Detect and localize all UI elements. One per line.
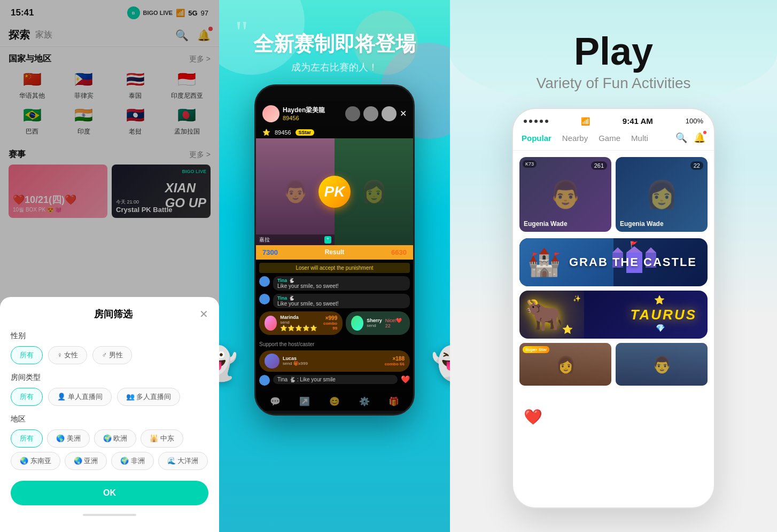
bottom-stream-1[interactable]: 👩 Super Star bbox=[519, 343, 611, 386]
gift-name-marinda: Marinda bbox=[280, 315, 317, 320]
gender-all-chip[interactable]: 所有 bbox=[11, 346, 43, 364]
region-europe-chip[interactable]: 🌍 欧洲 bbox=[94, 429, 137, 448]
modal-header: 房间筛选 ✕ bbox=[11, 308, 208, 320]
stream-name-2: Eugenia Wade bbox=[620, 220, 664, 228]
ok-button[interactable]: OK bbox=[11, 481, 208, 505]
pk-phone-mockup: Hayden梁美龍 89456 ✕ ⭐ 89456 SStar bbox=[254, 84, 415, 416]
chat-msg-tina: Tina 🐇 : Like your smile ❤️ bbox=[259, 375, 410, 386]
region-sea-chip[interactable]: 🌏 东南亚 bbox=[11, 452, 60, 470]
result-label: Result bbox=[325, 248, 345, 256]
right-nav-icons: 🔍 🔔 bbox=[675, 132, 705, 144]
game-card-castle[interactable]: 🏰 🚩 bbox=[519, 238, 708, 286]
pk-screen: Hayden梁美龍 89456 ✕ ⭐ 89456 SStar bbox=[256, 101, 413, 416]
region-americas-chip[interactable]: 🌎 美洲 bbox=[47, 429, 90, 448]
pk-punishment-text: Loser will accept the punishment bbox=[259, 263, 410, 273]
room-type-filter: 房间类型 所有 👤 单人直播间 👥 多人直播间 bbox=[11, 373, 208, 406]
region-africa-chip[interactable]: 🌍 非洲 bbox=[111, 452, 154, 470]
pk-close-icon[interactable]: ✕ bbox=[400, 108, 407, 119]
settings-icon[interactable]: ⚙️ bbox=[359, 396, 370, 406]
region-options: 所有 🌎 美洲 🌍 欧洲 🕌 中东 🌏 东南亚 🌏 亚洲 🌍 非洲 🌊 大洋洲 bbox=[11, 429, 208, 470]
play-title: Play bbox=[537, 32, 691, 71]
gift-name-sherry: Sherry bbox=[367, 318, 382, 323]
modal-close-button[interactable]: ✕ bbox=[199, 308, 208, 320]
chat-avatar-tina bbox=[259, 375, 270, 386]
nav-multi[interactable]: Multi bbox=[631, 134, 648, 143]
phone-content: 15:41 B BIGO LIVE 📶 5G 97 探索 家族 🔍 🔔 国家与地… bbox=[0, 0, 219, 532]
gift-avatar-sherry bbox=[351, 316, 363, 331]
nav-popular[interactable]: Popular bbox=[522, 134, 551, 143]
gift-combo-marinda: combo 99 bbox=[321, 321, 337, 331]
emoji-icon[interactable]: 😊 bbox=[329, 396, 340, 406]
avatar-3 bbox=[382, 106, 397, 121]
wifi-icon: 📶 bbox=[581, 117, 590, 126]
stream-name-1: Eugenia Wade bbox=[524, 220, 568, 228]
pk-score-bar: ⭐ 89456 SStar bbox=[256, 127, 413, 138]
chat-avatar-2 bbox=[259, 294, 270, 304]
gift-marinda: Marinda send ⭐⭐⭐⭐⭐ ×999 combo 99 bbox=[259, 311, 343, 335]
bottom-stream-2[interactable]: 👨 bbox=[616, 343, 708, 386]
gender-female-chip[interactable]: ♀ 女性 bbox=[48, 346, 87, 364]
sub-headline: 成为左右比赛的人！ bbox=[253, 61, 416, 74]
star-badge: SStar bbox=[296, 129, 315, 136]
gift-icon[interactable]: 🎁 bbox=[388, 396, 399, 406]
stream-card-2[interactable]: 👩 22 Eugenia Wade bbox=[616, 157, 708, 232]
bell-icon-right[interactable]: 🔔 bbox=[694, 132, 705, 144]
pk-chat-area: Loser will accept the punishment Tina 🐇 … bbox=[256, 260, 413, 392]
room-type-multi-chip[interactable]: 👥 多人直播间 bbox=[117, 388, 181, 406]
pk-user-info: Hayden梁美龍 89456 bbox=[262, 105, 325, 122]
room-type-single-chip[interactable]: 👤 单人直播间 bbox=[48, 388, 112, 406]
nav-game[interactable]: Game bbox=[599, 134, 620, 143]
filter-modal: 房间筛选 ✕ 性别 所有 ♀ 女性 ♂ 男性 房间类型 所有 bbox=[0, 297, 219, 532]
gift-row: Marinda send ⭐⭐⭐⭐⭐ ×999 combo 99 bbox=[259, 311, 410, 338]
pk-result-bar: 7300 Result 6630 bbox=[256, 245, 413, 260]
star-4: ⭐ bbox=[654, 295, 665, 305]
phone-notch bbox=[302, 86, 367, 101]
modal-title: 房间筛选 bbox=[27, 308, 199, 320]
gift-count-lucas: ×188 bbox=[385, 356, 405, 362]
gift-avatar-lucas bbox=[265, 354, 279, 369]
bell-badge bbox=[703, 131, 706, 134]
score-display: 89456 bbox=[275, 129, 291, 136]
streams-grid: 👨 261 Eugenia Wade K73 👩 22 Eugenia Wade bbox=[513, 151, 714, 238]
gift-combo-lucas: combo 66 bbox=[385, 362, 405, 366]
room-type-all-chip[interactable]: 所有 bbox=[11, 388, 43, 406]
stream-card-1[interactable]: 👨 261 Eugenia Wade K73 bbox=[519, 157, 611, 232]
region-asia-chip[interactable]: 🌏 亚洲 bbox=[65, 452, 107, 470]
pk-top-bar: Hayden梁美龍 89456 ✕ bbox=[256, 101, 413, 127]
share-icon[interactable]: ↗️ bbox=[299, 396, 310, 406]
game-card-taurus[interactable]: 🐂 TAURUS ⭐ ✨ 💎 ⭐ bbox=[519, 291, 708, 339]
gender-options: 所有 ♀ 女性 ♂ 男性 bbox=[11, 346, 208, 364]
nav-nearby[interactable]: Nearby bbox=[562, 134, 588, 143]
taurus-emoji: 🐂 bbox=[525, 296, 563, 333]
left-panel: 15:41 B BIGO LIVE 📶 5G 97 探索 家族 🔍 🔔 国家与地… bbox=[0, 0, 219, 532]
room-type-options: 所有 👤 单人直播间 👥 多人直播间 bbox=[11, 388, 208, 406]
chat-text-2: Like your smile, so sweet! bbox=[277, 301, 339, 307]
region-oceania-chip[interactable]: 🌊 大洋洲 bbox=[158, 452, 208, 470]
super-star-badge: Super Star bbox=[523, 346, 549, 353]
gift-sherry: Sherry send Nice!❤️ 22 bbox=[346, 311, 410, 335]
region-label: 地区 bbox=[11, 414, 208, 424]
room-type-label: 房间类型 bbox=[11, 373, 208, 382]
search-icon-right[interactable]: 🔍 bbox=[675, 132, 687, 144]
bottom-stream-row: 👩 Super Star 👨 bbox=[519, 343, 708, 386]
region-mideast-chip[interactable]: 🕌 中东 bbox=[141, 429, 183, 448]
right-header: Play Variety of Fun Activities bbox=[537, 0, 691, 108]
right-battery: 100% bbox=[686, 117, 703, 125]
chat-text-tina: Tina 🐇 : Like your smile bbox=[277, 377, 336, 382]
chat-name-1: Tina 🐇 bbox=[277, 278, 406, 283]
region-all-chip[interactable]: 所有 bbox=[11, 429, 43, 448]
chat-icon[interactable]: 💬 bbox=[270, 396, 281, 406]
stream-count-1: 261 bbox=[591, 161, 607, 170]
gift-avatar-marinda bbox=[265, 316, 277, 331]
chat-text-1: Like your smile, so sweet! bbox=[277, 283, 339, 289]
pk-username: Hayden梁美龍 bbox=[283, 106, 325, 115]
middle-panel: " 全新赛制即将登場 成为左右比赛的人！ 👻 👻 Hayden梁美龍 89456 bbox=[219, 0, 450, 532]
right-panel: Play Variety of Fun Activities 📶 9:41 AM… bbox=[450, 0, 777, 532]
pk-label-left: 嘉拉 + bbox=[256, 234, 335, 245]
middle-header: 全新赛制即将登場 成为左右比赛的人！ bbox=[253, 0, 416, 84]
status-dots bbox=[524, 120, 548, 123]
chat-msg-2: Tina 🐇 Like your smile, so sweet! bbox=[259, 294, 410, 308]
castle-emoji: 🏰 bbox=[527, 247, 561, 278]
gender-male-chip[interactable]: ♂ 男性 bbox=[92, 346, 131, 364]
chat-msg-1: Tina 🐇 Like your smile, so sweet! bbox=[259, 276, 410, 291]
